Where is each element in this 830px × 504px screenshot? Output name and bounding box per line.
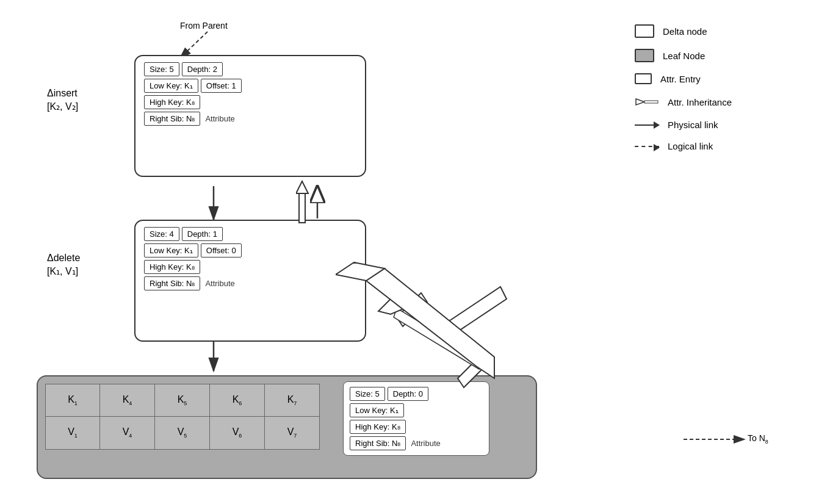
delete-attribute-label: Attribute [205, 279, 234, 288]
svg-marker-12 [394, 308, 482, 369]
insert-highkey-box: High Key: K₈ [144, 95, 200, 109]
delete-attr-container: Size: 4 Depth: 1 Low Key: K₁ Offset: 0 H… [144, 227, 359, 290]
svg-marker-15 [366, 268, 494, 378]
legend: Delta node Leaf Node Attr. Entry Attr. I… [635, 24, 793, 162]
svg-marker-18 [296, 181, 308, 193]
diagram-area: From Parent Δinsert [K₂, V₂] Size: 5 Dep… [0, 0, 830, 504]
insert-attr-container: Size: 5 Depth: 2 Low Key: K₁ Offset: 1 H… [144, 62, 359, 126]
legend-item-logical: Logical link [635, 141, 793, 151]
delete-lowkey-box: Low Key: K₁ [144, 243, 198, 257]
insert-row1: Size: 5 Depth: 2 [144, 62, 359, 76]
leaf-attr-row2: Low Key: K₁ [350, 403, 483, 417]
legend-logical-label: Logical link [668, 141, 713, 151]
leaf-val-5: V5 [155, 417, 210, 450]
leaf-attr-box: Size: 5 Depth: 0 Low Key: K₁ High Key: K… [343, 381, 489, 456]
insert-lowkey-box: Low Key: K₁ [144, 79, 198, 93]
legend-delta-label: Delta node [663, 26, 707, 37]
delete-row3: High Key: K₈ [144, 260, 359, 274]
leaf-val-7: V7 [265, 417, 320, 450]
delete-size-box: Size: 4 [144, 227, 179, 241]
leaf-lowkey-box: Low Key: K₁ [350, 403, 404, 417]
leaf-size-box: Size: 5 [350, 387, 385, 401]
svg-marker-19 [636, 99, 644, 105]
leaf-val-4: V4 [100, 417, 155, 450]
to-n8-label: To N8 [748, 433, 768, 445]
leaf-key-4: K4 [100, 384, 155, 417]
legend-physical-arrow [635, 124, 659, 126]
legend-leaf-box [635, 49, 654, 62]
leaf-attribute-label: Attribute [411, 439, 440, 448]
leaf-key-6: K6 [210, 384, 265, 417]
svg-line-4 [180, 32, 208, 58]
leaf-val-6: V6 [210, 417, 265, 450]
delete-row1: Size: 4 Depth: 1 [144, 227, 359, 241]
leaf-attr-row3: High Key: K₈ [350, 420, 483, 434]
legend-item-leaf: Leaf Node [635, 49, 793, 62]
legend-inherit-icon [635, 95, 659, 109]
svg-marker-8 [446, 287, 507, 336]
delete-delta-node: Δdelete [K₁, V₁] Size: 4 Depth: 1 Low Ke… [134, 220, 366, 342]
legend-item-attr-inherit: Attr. Inheritance [635, 95, 793, 109]
leaf-key-1: K1 [45, 384, 100, 417]
delete-offset-box: Offset: 0 [201, 243, 242, 257]
legend-logical-arrow [635, 146, 659, 147]
legend-leaf-label: Leaf Node [663, 51, 705, 61]
insert-rightsib-box: Right Sib: N₈ [144, 112, 200, 126]
legend-attr-entry-box [635, 73, 652, 84]
upward-inherit-arrow [296, 180, 320, 226]
insert-offset-box: Offset: 1 [201, 79, 242, 93]
insert-size-box: Size: 5 [144, 62, 179, 76]
leaf-val-1: V1 [45, 417, 100, 450]
legend-attr-entry-label: Attr. Entry [660, 74, 701, 84]
legend-item-delta: Delta node [635, 24, 793, 38]
legend-attr-inherit-label: Attr. Inheritance [668, 97, 732, 107]
svg-marker-17 [299, 192, 305, 223]
insert-depth-box: Depth: 2 [182, 62, 223, 76]
delete-node-label: Δdelete [K₁, V₁] [47, 251, 80, 279]
leaf-key-7: K7 [265, 384, 320, 417]
legend-delta-box [635, 24, 654, 38]
leaf-depth-box: Depth: 0 [388, 387, 428, 401]
delete-row4: Right Sib: N₈ Attribute [144, 276, 359, 290]
delete-highkey-box: High Key: K₈ [144, 260, 200, 274]
delete-rightsib-box: Right Sib: N₈ [144, 276, 200, 290]
leaf-node: K1 K4 K5 K6 K7 V1 V4 V5 V6 V7 Size: 5 De… [37, 375, 537, 479]
insert-delta-node: Δinsert [K₂, V₂] Size: 5 Depth: 2 Low Ke… [134, 55, 366, 177]
legend-item-attr-entry: Attr. Entry [635, 73, 793, 84]
insert-row4: Right Sib: N₈ Attribute [144, 112, 359, 126]
svg-marker-13 [378, 287, 412, 314]
svg-marker-11 [397, 293, 427, 326]
insert-row2: Low Key: K₁ Offset: 1 [144, 79, 359, 93]
legend-physical-label: Physical link [668, 120, 718, 130]
delete-depth-box: Depth: 1 [182, 227, 223, 241]
legend-item-physical: Physical link [635, 120, 793, 130]
leaf-highkey-box: High Key: K₈ [350, 420, 406, 434]
insert-node-label: Δinsert [K₂, V₂] [47, 87, 78, 114]
leaf-attr-row4: Right Sib: N₈ Attribute [350, 436, 483, 450]
leaf-key-5: K5 [155, 384, 210, 417]
from-parent-label: From Parent [180, 21, 228, 31]
delete-row2: Low Key: K₁ Offset: 0 [144, 243, 359, 257]
leaf-attr-row1: Size: 5 Depth: 0 [350, 387, 483, 401]
svg-rect-20 [644, 101, 658, 103]
insert-row3: High Key: K₈ [144, 95, 359, 109]
leaf-rightsib-box: Right Sib: N₈ [350, 436, 406, 450]
inheritance-arrow-svg [360, 281, 494, 391]
insert-attribute-label: Attribute [205, 114, 234, 123]
